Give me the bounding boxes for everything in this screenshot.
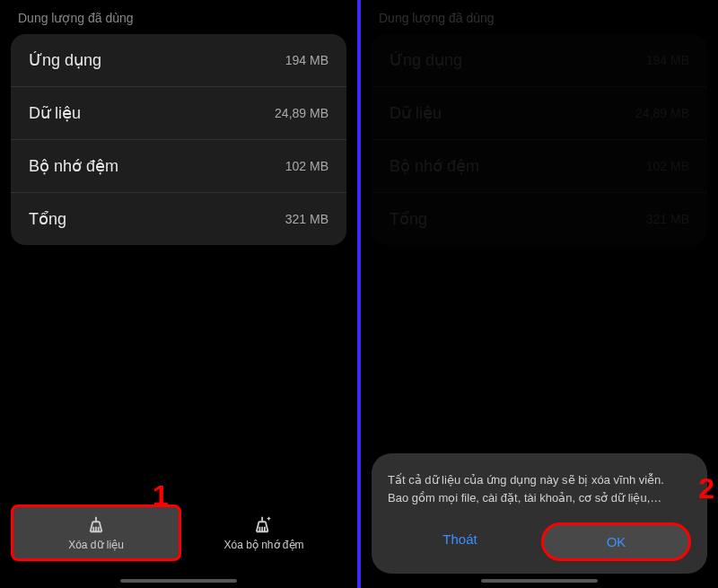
nav-indicator xyxy=(120,579,237,583)
section-title: Dung lượng đã dùng xyxy=(372,7,707,34)
storage-value: 102 MB xyxy=(285,159,328,173)
storage-row-data[interactable]: Dữ liệu 24,89 MB xyxy=(11,87,346,140)
confirm-dialog: Tất cả dữ liệu của ứng dụng này sẽ bị xó… xyxy=(372,453,707,574)
storage-row-cache: Bộ nhớ đệm 102 MB xyxy=(372,140,707,193)
dialog-line-2: Bao gồm mọi file, cài đặt, tài khoản, cơ… xyxy=(388,489,691,507)
dialog-line-1: Tất cả dữ liệu của ứng dụng này sẽ bị xó… xyxy=(388,471,691,489)
storage-label: Ứng dụng xyxy=(29,50,101,70)
storage-value: 194 MB xyxy=(285,53,328,67)
storage-row-app[interactable]: Ứng dụng 194 MB xyxy=(11,34,346,87)
bottom-actions: Xóa dữ liệu Xóa bộ nhớ đệm xyxy=(11,505,346,579)
clear-cache-button[interactable]: Xóa bộ nhớ đệm xyxy=(181,505,346,561)
storage-label: Tổng xyxy=(390,209,427,229)
phone-left: Dung lượng đã dùng Ứng dụng 194 MB Dữ li… xyxy=(0,0,357,588)
storage-value: 24,89 MB xyxy=(635,106,689,120)
broom-icon xyxy=(86,514,106,534)
dialog-ok-button[interactable]: OK xyxy=(541,522,691,561)
annotation-step-2: 2 xyxy=(698,472,714,505)
storage-label: Bộ nhớ đệm xyxy=(390,156,479,176)
storage-value: 321 MB xyxy=(646,212,689,226)
dialog-text: Tất cả dữ liệu của ứng dụng này sẽ bị xó… xyxy=(388,471,691,506)
annotation-step-1: 1 xyxy=(153,479,169,513)
storage-label: Ứng dụng xyxy=(390,50,462,70)
storage-label: Dữ liệu xyxy=(29,103,81,123)
section-title: Dung lượng đã dùng xyxy=(11,7,346,34)
storage-card: Ứng dụng 194 MB Dữ liệu 24,89 MB Bộ nhớ … xyxy=(11,34,346,245)
storage-value: 194 MB xyxy=(646,53,689,67)
storage-value: 102 MB xyxy=(646,159,689,173)
storage-row-app: Ứng dụng 194 MB xyxy=(372,34,707,87)
dialog-buttons: Thoát OK xyxy=(388,522,691,561)
storage-row-cache[interactable]: Bộ nhớ đệm 102 MB xyxy=(11,140,346,193)
phone-left-content: Dung lượng đã dùng Ứng dụng 194 MB Dữ li… xyxy=(0,0,357,579)
storage-row-total[interactable]: Tổng 321 MB xyxy=(11,193,346,245)
dialog-exit-button[interactable]: Thoát xyxy=(388,522,532,561)
storage-label: Tổng xyxy=(29,209,66,229)
storage-label: Dữ liệu xyxy=(390,103,442,123)
storage-row-data: Dữ liệu 24,89 MB xyxy=(372,87,707,140)
broom-sparkle-icon xyxy=(254,514,274,534)
phone-right: Dung lượng đã dùng Ứng dụng 194 MB Dữ li… xyxy=(361,0,718,588)
storage-row-total: Tổng 321 MB xyxy=(372,193,707,245)
nav-indicator xyxy=(481,579,598,583)
storage-value: 321 MB xyxy=(285,212,328,226)
storage-value: 24,89 MB xyxy=(275,106,328,120)
clear-data-label: Xóa dữ liệu xyxy=(68,539,124,551)
storage-card: Ứng dụng 194 MB Dữ liệu 24,89 MB Bộ nhớ … xyxy=(372,34,707,245)
clear-data-button[interactable]: Xóa dữ liệu xyxy=(11,505,181,561)
storage-label: Bộ nhớ đệm xyxy=(29,156,118,176)
clear-cache-label: Xóa bộ nhớ đệm xyxy=(223,539,303,551)
